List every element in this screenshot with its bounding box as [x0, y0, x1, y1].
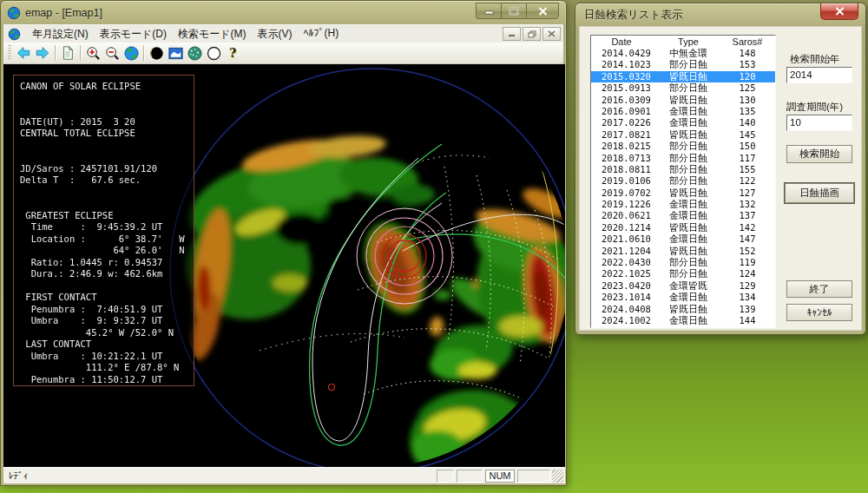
info-line: Ratio: 1.0445 r: 0.94537: [20, 257, 194, 269]
help-icon[interactable]: ?: [223, 43, 242, 62]
info-line: [20, 104, 194, 116]
menu-item[interactable]: 年月設定(N): [32, 27, 89, 42]
close-icon: [538, 7, 548, 16]
info-line: [20, 151, 194, 163]
globe-icon[interactable]: [122, 43, 141, 62]
eclipse-search-dialog: 日蝕検索リスト表示 Date Type Saros# 2014.0429中無金環…: [575, 3, 866, 335]
status-pane: [457, 470, 483, 483]
header-type: Type: [652, 36, 725, 48]
new-document-icon[interactable]: [58, 43, 77, 62]
list-row[interactable]: 2017.0226金環日蝕140: [591, 117, 775, 128]
child-globe-icon: [8, 28, 21, 41]
list-row[interactable]: 2022.0430部分日蝕119: [591, 257, 775, 268]
list-row[interactable]: 2021.0610金環日蝕147: [591, 233, 775, 245]
status-pane: [517, 470, 550, 483]
close-icon: [835, 7, 845, 16]
list-row[interactable]: 2018.0713部分日蝕117: [591, 153, 775, 164]
list-row[interactable]: 2020.1214皆既日蝕142: [591, 222, 775, 233]
mdi-minimize-icon: [508, 30, 516, 37]
forward-arrow-icon[interactable]: [33, 43, 52, 62]
dialog-title: 日蝕検索リスト表示: [584, 8, 682, 23]
list-row[interactable]: 2019.1226金環日蝕132: [591, 199, 775, 210]
info-line: JD/Saros : 2457101.91/120: [20, 163, 194, 175]
mdi-close-icon: [548, 30, 556, 37]
header-date: Date: [591, 36, 652, 48]
mdi-close-button[interactable]: [542, 27, 561, 41]
info-line: Umbra : 9: 9:32.7 UT: [20, 315, 194, 327]
list-row[interactable]: 2020.0621金環日蝕137: [591, 210, 775, 221]
info-line: [20, 93, 194, 105]
title-bar[interactable]: emap - [Emap1]: [1, 1, 566, 24]
menu-item[interactable]: 検索モード(M): [178, 27, 247, 42]
resize-grip[interactable]: [552, 470, 563, 483]
list-row[interactable]: 2019.0106部分日蝕122: [591, 175, 775, 187]
toolbar-grip: [8, 45, 11, 61]
info-line: Penumbra : 11:50:12.7 UT: [20, 374, 194, 386]
moon-globe-icon[interactable]: [185, 43, 204, 62]
map-view[interactable]: CANON OF SOLAR ECLIPSE DATE(UT) : 2015 3…: [3, 64, 565, 469]
list-row[interactable]: 2024.1002金環日蝕144: [591, 315, 775, 326]
list-row[interactable]: 2023.0420金環皆既129: [591, 280, 775, 292]
back-arrow-icon[interactable]: [14, 43, 33, 62]
mdi-minimize-button[interactable]: [503, 27, 521, 41]
zoom-in-icon[interactable]: [83, 43, 102, 62]
list-row[interactable]: 2014.1023部分日蝕153: [591, 59, 775, 70]
list-row[interactable]: 2021.1204皆既日蝕152: [591, 246, 775, 257]
list-row[interactable]: 2022.1025部分日蝕124: [591, 268, 775, 279]
map-icon[interactable]: [166, 43, 185, 62]
info-line: LAST CONTACT: [20, 339, 194, 351]
dialog-title-bar[interactable]: 日蝕検索リスト表示: [575, 3, 865, 26]
list-row[interactable]: 2024.0408皆既日蝕139: [591, 304, 775, 315]
menu-item[interactable]: 表示(V): [257, 27, 292, 42]
menu-bar: 年月設定(N)表示モード(D)検索モード(M)表示(V)ﾍﾙﾌﾟ(H): [3, 24, 563, 43]
window-title: emap - [Emap1]: [25, 7, 102, 19]
header-saros: Saros#: [725, 36, 770, 48]
list-row[interactable]: 2017.0821皆既日蝕145: [591, 129, 775, 141]
app-globe-icon: [7, 6, 21, 20]
mdi-restore-button[interactable]: [523, 27, 541, 41]
start-year-input[interactable]: 2014: [786, 67, 852, 83]
list-row[interactable]: 2019.0702皆既日蝕127: [591, 187, 775, 199]
dialog-body: Date Type Saros# 2014.0429中無金環1482014.10…: [579, 26, 862, 331]
info-line: Delta T : 67.6 sec.: [20, 174, 194, 187]
toolbar: ?: [3, 43, 563, 64]
list-row[interactable]: 2023.1014金環日蝕134: [591, 292, 775, 303]
list-row[interactable]: 2016.0901金環日蝕135: [591, 106, 775, 117]
draw-eclipse-button[interactable]: 日蝕描画: [785, 183, 854, 203]
dialog-close-button[interactable]: [820, 3, 858, 20]
emap-window: emap - [Emap1] 年月設定(N)表示モード(D)検索モード(M)表示…: [0, 0, 567, 486]
info-line: Location : 6° 38.7' W: [20, 233, 194, 246]
num-lock-indicator: NUM: [485, 470, 515, 483]
list-row[interactable]: 2015.0913部分日蝕125: [591, 82, 775, 94]
list-row[interactable]: 2014.0429中無金環148: [591, 48, 775, 59]
info-line: 64° 26.0' N: [20, 245, 194, 257]
close-button[interactable]: [526, 3, 559, 19]
cancel-button[interactable]: ｷｬﾝｾﾙ: [786, 304, 852, 321]
info-line: Dura.: 2:46.9 w: 462.6km: [20, 268, 194, 280]
desktop: emap - [Emap1] 年月設定(N)表示モード(D)検索モード(M)表示…: [0, 0, 868, 493]
eclipse-info-panel: CANON OF SOLAR ECLIPSE DATE(UT) : 2015 3…: [13, 75, 194, 386]
menu-item[interactable]: ﾍﾙﾌﾟ(H): [303, 27, 339, 42]
survey-period-input[interactable]: 10: [786, 115, 852, 131]
start-year-label: 検索開始年: [790, 53, 840, 66]
white-circle-icon[interactable]: [204, 43, 223, 62]
new-moon-icon[interactable]: [147, 43, 166, 62]
list-row[interactable]: 2018.0811部分日蝕155: [591, 164, 775, 175]
list-row[interactable]: 2018.0215部分日蝕150: [591, 141, 775, 152]
info-line: [20, 280, 194, 293]
search-start-button[interactable]: 検索開始: [786, 145, 852, 163]
exit-button[interactable]: 終了: [786, 280, 852, 298]
menu-item[interactable]: 表示モード(D): [100, 27, 167, 42]
maximize-button[interactable]: [501, 3, 526, 19]
info-line: CANON OF SOLAR ECLIPSE: [20, 81, 194, 93]
minimize-button[interactable]: [476, 3, 501, 19]
list-row[interactable]: 2016.0309皆既日蝕130: [591, 95, 775, 106]
info-line: [20, 140, 194, 152]
list-row[interactable]: 2015.0320皆既日蝕120: [591, 71, 775, 82]
eclipse-list[interactable]: Date Type Saros# 2014.0429中無金環1482014.10…: [590, 35, 776, 328]
zoom-out-icon[interactable]: [102, 43, 122, 62]
info-line: 45.2° W /52.0° N: [20, 327, 194, 339]
info-line: [20, 198, 194, 210]
info-line: FIRST CONTACT: [20, 292, 194, 304]
info-line: DATE(UT) : 2015 3 20: [20, 116, 194, 128]
